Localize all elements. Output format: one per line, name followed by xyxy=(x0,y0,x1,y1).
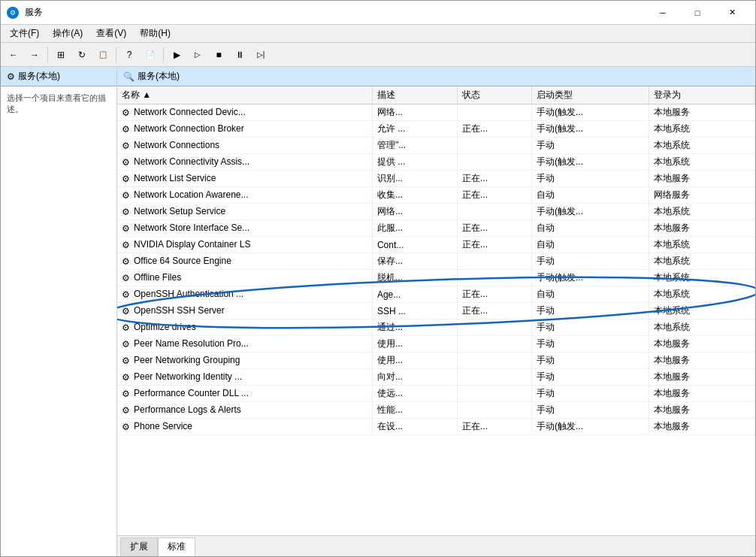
table-row[interactable]: ⚙Offline Files脱机...手动(触发...本地系统 xyxy=(117,270,755,286)
tab-expand[interactable]: 扩展 xyxy=(120,537,158,556)
back-button[interactable]: ← xyxy=(4,46,23,64)
play2-button[interactable]: ▷ xyxy=(188,46,207,64)
content-header-gear-icon: 🔍 xyxy=(123,71,135,82)
table-row[interactable]: ⚙Network Connection Broker允许 ...正在...手动(… xyxy=(117,121,755,138)
service-name-cell: ⚙Performance Counter DLL ... xyxy=(117,386,372,402)
col-logon[interactable]: 登录为 xyxy=(649,86,754,104)
service-name-cell: ⚙OpenSSH Authentication ... xyxy=(117,286,372,303)
col-name[interactable]: 名称 ▲ xyxy=(117,86,372,104)
table-row[interactable]: ⚙Network Location Awarene...收集...正在...自动… xyxy=(117,187,755,204)
table-row[interactable]: ⚙NVIDIA Display Container LSCont...正在...… xyxy=(117,237,755,253)
table-header-row: 名称 ▲ 描述 状态 启动类型 xyxy=(117,86,755,104)
service-status-cell xyxy=(458,369,532,386)
menu-file[interactable]: 文件(F) xyxy=(4,26,45,41)
table-row[interactable]: ⚙Peer Networking Identity ...向对...手动本地服务 xyxy=(117,369,755,386)
play-button[interactable]: ▶ xyxy=(167,46,186,64)
table-row[interactable]: ⚙Performance Logs & Alerts性能...手动本地服务 xyxy=(117,402,755,419)
service-status-cell xyxy=(458,104,532,121)
service-startup-cell: 手动 xyxy=(532,402,649,419)
col-status[interactable]: 状态 xyxy=(458,86,532,104)
table-row[interactable]: ⚙Network Setup Service网络...手动(触发...本地系统 xyxy=(117,204,755,220)
properties-button[interactable]: 📄 xyxy=(141,46,160,64)
table-row[interactable]: ⚙Optimize drives通过...手动本地系统 xyxy=(117,319,755,336)
service-status-cell xyxy=(458,336,532,353)
table-row[interactable]: ⚙Performance Counter DLL ...使远...手动本地服务 xyxy=(117,386,755,402)
sidebar-header: ⚙ 服务(本地) xyxy=(1,67,116,86)
sep2 xyxy=(116,47,116,62)
service-name-cell: ⚙Network Connections xyxy=(117,138,372,154)
service-gear-icon: ⚙ xyxy=(122,174,132,184)
service-desc-cell: 允许 ... xyxy=(372,121,457,138)
service-status-cell: 正在... xyxy=(458,286,532,303)
table-row[interactable]: ⚙Network List Service识别...正在...手动本地服务 xyxy=(117,171,755,187)
maximize-button[interactable]: □ xyxy=(680,1,715,25)
minimize-button[interactable]: ─ xyxy=(646,1,680,25)
restart-button[interactable]: ▷| xyxy=(251,46,271,64)
export-button[interactable]: 📋 xyxy=(93,46,113,64)
service-name-cell: ⚙Office 64 Source Engine xyxy=(117,253,372,270)
service-startup-cell: 手动(触发... xyxy=(532,419,649,435)
service-name-cell: ⚙Network List Service xyxy=(117,171,372,187)
service-logon-cell: 本地服务 xyxy=(649,386,754,402)
menu-view[interactable]: 查看(V) xyxy=(90,26,132,41)
forward-button[interactable]: → xyxy=(25,46,44,64)
service-status-cell: 正在... xyxy=(458,303,532,319)
table-row[interactable]: ⚙Network Connected Devic...网络...手动(触发...… xyxy=(117,104,755,121)
refresh-button[interactable]: ↻ xyxy=(72,46,92,64)
service-name-cell: ⚙Network Connectivity Assis... xyxy=(117,154,372,171)
tab-standard[interactable]: 标准 xyxy=(158,537,195,556)
service-name-cell: ⚙OpenSSH SSH Server xyxy=(117,303,372,319)
service-gear-icon: ⚙ xyxy=(122,422,132,432)
service-logon-cell: 本地系统 xyxy=(649,303,754,319)
show-hide-button[interactable]: ⊞ xyxy=(51,46,71,64)
service-status-cell xyxy=(458,386,532,402)
service-logon-cell: 本地系统 xyxy=(649,286,754,303)
table-row[interactable]: ⚙OpenSSH SSH ServerSSH ...正在...手动本地系统 xyxy=(117,303,755,319)
service-name-cell: ⚙Network Connected Devic... xyxy=(117,104,372,121)
pause-button[interactable]: ⏸ xyxy=(230,46,249,64)
service-gear-icon: ⚙ xyxy=(122,273,132,283)
stop-button[interactable]: ■ xyxy=(209,46,228,64)
service-desc-cell: Cont... xyxy=(372,237,457,253)
table-container[interactable]: 名称 ▲ 描述 状态 启动类型 xyxy=(117,86,755,535)
sep1 xyxy=(47,47,48,62)
service-gear-icon: ⚙ xyxy=(122,356,132,366)
col-desc[interactable]: 描述 xyxy=(372,86,457,104)
service-status-cell xyxy=(458,270,532,286)
service-status-cell: 正在... xyxy=(458,220,532,237)
service-gear-icon: ⚙ xyxy=(122,124,132,135)
service-gear-icon: ⚙ xyxy=(122,289,132,300)
title-bar: ⚙ 服务 ─ □ ✕ xyxy=(1,1,755,25)
service-name-cell: ⚙Phone Service xyxy=(117,419,372,435)
col-startup[interactable]: 启动类型 xyxy=(532,86,649,104)
table-row[interactable]: ⚙Network Store Interface Se...此服...正在...… xyxy=(117,220,755,237)
close-button[interactable]: ✕ xyxy=(715,1,749,25)
service-startup-cell: 手动 xyxy=(532,336,649,353)
service-logon-cell: 网络服务 xyxy=(649,187,754,204)
table-row[interactable]: ⚙Peer Networking Grouping使用...手动本地服务 xyxy=(117,353,755,369)
service-name-cell: ⚙Peer Networking Grouping xyxy=(117,353,372,369)
sidebar-gear-icon: ⚙ xyxy=(7,71,15,82)
service-status-cell: 正在... xyxy=(458,171,532,187)
table-row[interactable]: ⚙OpenSSH Authentication ...Age...正在...自动… xyxy=(117,286,755,303)
table-row[interactable]: ⚙Peer Name Resolution Pro...使用...手动本地服务 xyxy=(117,336,755,353)
table-row[interactable]: ⚙Network Connectivity Assis...提供 ...手动(触… xyxy=(117,154,755,171)
help-button[interactable]: ? xyxy=(119,46,139,64)
sep3 xyxy=(163,47,164,62)
service-name-cell: ⚙Peer Networking Identity ... xyxy=(117,369,372,386)
service-logon-cell: 本地系统 xyxy=(649,154,754,171)
table-row[interactable]: ⚙Network Connections管理"...手动本地系统 xyxy=(117,138,755,154)
service-logon-cell: 本地服务 xyxy=(649,336,754,353)
sidebar-description: 选择一个项目来查看它的描述。 xyxy=(1,86,116,556)
service-desc-cell: 在设... xyxy=(372,419,457,435)
table-row[interactable]: ⚙Phone Service在设...正在...手动(触发...本地服务 xyxy=(117,419,755,435)
service-logon-cell: 本地系统 xyxy=(649,204,754,220)
service-startup-cell: 自动 xyxy=(532,286,649,303)
service-startup-cell: 手动(触发... xyxy=(532,270,649,286)
content-panel: 🔍 服务(本地) 名称 ▲ 描述 xyxy=(117,67,755,556)
menu-help[interactable]: 帮助(H) xyxy=(134,26,177,41)
menu-action[interactable]: 操作(A) xyxy=(47,26,89,41)
service-status-cell: 正在... xyxy=(458,419,532,435)
table-row[interactable]: ⚙Office 64 Source Engine保存...手动本地系统 xyxy=(117,253,755,270)
service-status-cell xyxy=(458,138,532,154)
